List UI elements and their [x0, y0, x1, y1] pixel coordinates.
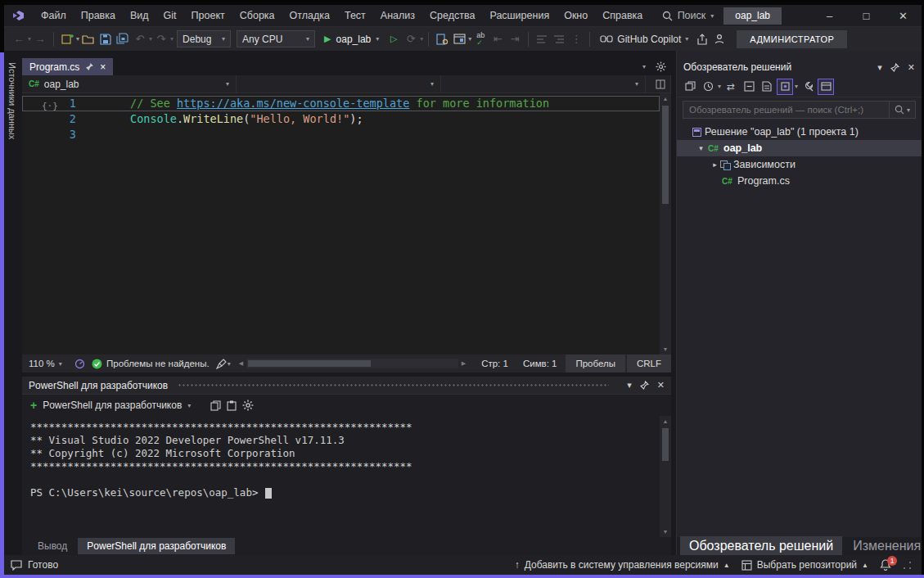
undo-icon[interactable]: ↶: [132, 30, 148, 48]
scrollbar-track[interactable]: [660, 104, 671, 344]
copy-icon[interactable]: [210, 400, 221, 411]
menu-item-4[interactable]: Проект: [184, 7, 232, 25]
preview-selected-items-icon[interactable]: [818, 79, 834, 95]
zoom-select[interactable]: 110 % ▾: [29, 359, 74, 368]
line-indicator[interactable]: Стр: 1: [474, 359, 516, 368]
close-panel-icon[interactable]: ✕: [657, 380, 665, 391]
menu-item-9[interactable]: Средства: [422, 7, 482, 25]
panel-tab[interactable]: Изменения Git: [844, 536, 922, 555]
track-active-item-icon[interactable]: [777, 79, 793, 95]
add-to-source-control-button[interactable]: ↑ Добавить в систему управления версиями…: [515, 559, 730, 571]
tree-item[interactable]: ▾C#oap_lab: [677, 140, 922, 156]
tree-item[interactable]: ▸Зависимости: [677, 156, 922, 173]
github-copilot-button[interactable]: GitHub Copilot ▾: [595, 34, 693, 45]
preview-window-icon[interactable]: [451, 30, 467, 48]
type-dropdown[interactable]: ▾: [237, 75, 441, 93]
hscrollbar-track[interactable]: [246, 359, 458, 368]
find-in-files-icon[interactable]: [434, 30, 450, 48]
terminal-panel-header[interactable]: PowerShell для разработчиков ▾ ✕: [22, 377, 671, 395]
start-without-debugging-icon[interactable]: ▷: [385, 30, 402, 48]
collapse-all-icon[interactable]: [741, 79, 757, 95]
code-cleanup-caret-icon[interactable]: ▾: [228, 360, 231, 368]
maximize-button[interactable]: □: [848, 5, 885, 26]
search-icon[interactable]: ▾: [889, 102, 915, 118]
close-tab-icon[interactable]: ×: [100, 61, 106, 73]
project-dropdown[interactable]: C# oap_lab ▾: [22, 75, 237, 93]
menu-item-11[interactable]: Окно: [557, 7, 595, 25]
document-health-icon[interactable]: [74, 359, 85, 369]
preview-window-caret-icon[interactable]: ▾: [468, 35, 471, 43]
menu-item-8[interactable]: Анализ: [373, 7, 422, 25]
show-all-files-icon[interactable]: [759, 79, 775, 95]
code-line[interactable]: 2Console.WriteLine("Hello, World!");: [22, 111, 660, 127]
spaces-indicator[interactable]: Пробелы: [566, 354, 625, 373]
filter-caret-icon[interactable]: ▾: [718, 83, 721, 90]
debug-target-select[interactable]: Debug ▾: [177, 30, 231, 47]
editor-options-gear-icon[interactable]: [656, 61, 666, 72]
problems-indicator[interactable]: Проблемы не найдены.: [85, 359, 216, 369]
pin-icon[interactable]: [85, 62, 94, 71]
scrollbar-thumb[interactable]: [662, 106, 669, 204]
new-project-caret-icon[interactable]: ▾: [76, 35, 79, 43]
scroll-down-icon[interactable]: ▼: [660, 344, 671, 354]
live-share-icon[interactable]: [711, 30, 728, 48]
comment-lines-icon[interactable]: [534, 30, 550, 48]
solution-platform-select[interactable]: Any CPU ▾: [237, 30, 315, 47]
hot-reload-caret-icon[interactable]: ▾: [420, 35, 423, 43]
new-terminal-icon[interactable]: +: [30, 399, 37, 412]
save-icon[interactable]: [97, 30, 114, 48]
search-dropdown-caret-icon[interactable]: ▾: [710, 12, 714, 20]
select-repository-button[interactable]: Выбрать репозиторий ▲: [741, 559, 868, 571]
search-box[interactable]: Поиск ▾: [656, 10, 721, 21]
close-button[interactable]: ✕: [885, 5, 922, 26]
menu-item-0[interactable]: Файл: [34, 7, 74, 25]
panel-position-caret-icon[interactable]: ▾: [627, 380, 632, 391]
member-dropdown[interactable]: ▾: [441, 75, 646, 93]
expander-collapsed-icon[interactable]: ▸: [710, 160, 720, 169]
menu-item-5[interactable]: Сборка: [232, 7, 282, 25]
sync-with-active-document-icon[interactable]: ⇄: [723, 79, 739, 95]
panel-drag-handle[interactable]: [178, 383, 609, 387]
line-ending-indicator[interactable]: CRLF: [627, 354, 671, 373]
data-sources-tab[interactable]: Источники данных: [7, 62, 17, 139]
tree-item[interactable]: C#Program.cs: [677, 173, 922, 189]
panel-tab[interactable]: PowerShell для разработчиков: [78, 538, 235, 554]
menu-item-7[interactable]: Тест: [337, 7, 373, 25]
close-panel-icon[interactable]: ✕: [908, 62, 915, 73]
save-all-icon[interactable]: [115, 30, 131, 48]
minimize-button[interactable]: –: [811, 5, 848, 26]
code-editor[interactable]: {·} 1// See https://aka.ms/new-console-t…: [22, 93, 671, 354]
scroll-left-icon[interactable]: ◀: [236, 360, 246, 367]
panel-position-caret-icon[interactable]: ▾: [877, 62, 882, 73]
solution-name-badge[interactable]: oap_lab: [723, 7, 782, 25]
solution-explorer-header[interactable]: Обозреватель решений ▾ ✕: [677, 58, 922, 76]
scroll-right-icon[interactable]: ▶: [458, 360, 469, 367]
code-surface[interactable]: {·} 1// See https://aka.ms/new-console-t…: [22, 93, 660, 354]
open-file-icon[interactable]: [80, 30, 97, 48]
toolbar-overflow-icon[interactable]: ⋮: [568, 30, 584, 48]
scroll-up-icon[interactable]: ▲: [660, 93, 671, 104]
spell-check-icon[interactable]: ab✓: [472, 30, 489, 48]
menu-item-10[interactable]: Расширения: [482, 7, 557, 25]
terminal-profile-caret-icon[interactable]: ▾: [187, 402, 191, 409]
undo-caret-icon[interactable]: ▾: [149, 35, 152, 43]
scrollbar-thumb[interactable]: [662, 428, 669, 461]
scroll-down-icon[interactable]: ▼: [660, 526, 671, 537]
resize-grip[interactable]: [903, 561, 912, 570]
panel-tab[interactable]: Обозреватель решений: [680, 536, 842, 555]
menu-item-6[interactable]: Отладка: [282, 7, 337, 25]
outlining-adornment[interactable]: {·}: [42, 98, 58, 114]
solution-explorer-search[interactable]: ▾: [683, 101, 916, 119]
track-active-item-caret-icon[interactable]: ▾: [795, 83, 798, 90]
redo-icon[interactable]: ↷: [153, 30, 169, 48]
pin-icon[interactable]: [640, 381, 649, 390]
tree-item[interactable]: Решение "oap_lab" (1 проекта 1): [677, 124, 922, 140]
editor-vertical-scrollbar[interactable]: ▲ ▼: [660, 93, 671, 354]
navigate-backward-caret-icon[interactable]: ▾: [28, 35, 31, 43]
menu-item-1[interactable]: Правка: [74, 7, 123, 25]
editor-horizontal-scrollbar[interactable]: ◀ ▶: [236, 354, 470, 373]
panel-tab[interactable]: Вывод: [29, 538, 76, 554]
new-project-icon[interactable]: [59, 30, 75, 48]
paste-icon[interactable]: [227, 400, 237, 411]
code-cleanup-icon[interactable]: [216, 359, 228, 369]
